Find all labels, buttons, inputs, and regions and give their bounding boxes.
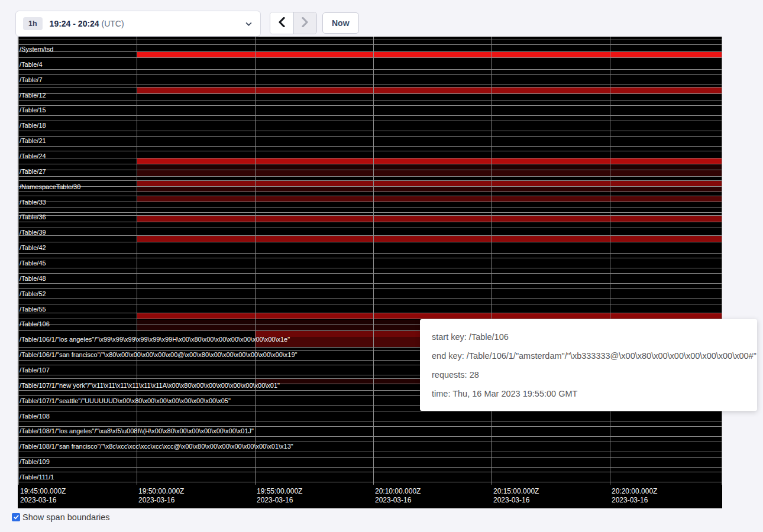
heat-band[interactable] [137,215,722,222]
span-boundary-line [18,222,722,222]
axis-tick-date: 2023-03-16 [612,496,657,505]
row-label: /Table/106 [20,320,50,327]
tooltip-line: end key: /Table/106/1/"amsterdam"/"\xb33… [432,346,745,365]
span-boundary-line [18,87,722,87]
axis-tick-date: 2023-03-16 [138,496,184,505]
span-boundary-line [18,482,722,482]
row-label: /Table/18 [20,122,46,129]
span-boundary-line [18,426,722,427]
span-boundary-line [18,57,722,58]
span-boundary-line [18,164,722,164]
heat-band[interactable] [137,313,722,319]
span-boundary-line [18,74,722,75]
span-boundary-line [18,457,722,458]
span-boundary-line [18,242,722,242]
span-boundary-line [18,258,722,258]
heat-band[interactable] [137,196,722,202]
time-range-timezone: (UTC) [102,19,124,28]
now-button[interactable]: Now [322,12,359,34]
checkmark-icon [13,512,20,523]
row-label: /Table/111/1 [20,473,54,481]
time-bucket-line [492,37,492,485]
heat-band[interactable] [137,87,722,93]
axis-tick-time: 19:55:00.000Z [257,487,302,496]
span-boundary-line [18,146,722,147]
span-boundary-line [18,136,722,137]
span-boundary-line [18,131,722,131]
span-boundary-line [18,442,722,442]
row-label: /Table/45 [20,259,46,267]
time-range-value: 19:24 - 20:24 [50,19,99,28]
show-span-boundaries-label: Show span boundaries [22,512,110,522]
next-time-button[interactable] [293,12,316,34]
tooltip-line: time: Thu, 16 Mar 2023 19:55:00 GMT [432,384,745,403]
span-boundary-line [18,283,722,284]
row-label: /Table/33 [20,199,46,206]
axis-tick: 20:15:00.000Z2023-03-16 [493,487,539,505]
span-boundary-line [18,121,722,121]
row-label: /Table/107/1/"new york"/"\x11\x11\x11\x1… [20,382,280,389]
span-boundary-line [18,151,722,151]
span-boundary-line [18,472,722,472]
chevron-left-icon [278,17,286,29]
row-label: /Table/36 [20,213,46,220]
axis-tick-date: 2023-03-16 [257,496,302,505]
span-boundary-line [18,180,722,181]
span-boundary-line [18,176,722,177]
axis-tick: 19:45:00.000Z2023-03-16 [20,487,66,505]
prev-time-button[interactable] [270,12,293,34]
show-span-boundaries-checkbox[interactable] [12,513,20,521]
show-span-boundaries-row[interactable]: Show span boundaries [12,512,110,522]
time-bucket-line [18,37,19,485]
span-boundary-line [18,215,722,216]
row-label: /Table/108/1/"san francisco"/"\x8c\xcc\x… [20,443,293,450]
time-bucket-line [373,37,374,485]
heat-band[interactable] [137,158,722,164]
heat-band[interactable] [137,180,722,187]
span-boundary-line [18,288,722,289]
span-boundary-line [18,40,722,40]
span-boundary-line [18,85,722,85]
time-range-selector[interactable]: 1h 19:24 - 20:24 (UTC) [15,11,261,37]
heat-band[interactable] [137,235,722,242]
row-label: /Table/48 [20,275,46,282]
row-label: /Table/55 [20,306,46,313]
row-label: /Table/12 [20,92,46,99]
row-label: /Table/108 [20,413,50,420]
span-boundary-line [18,467,722,468]
span-boundary-line [18,202,722,202]
row-label: /Table/109 [20,458,50,465]
row-label: /Table/106/1/"san francisco"/"\x80\x00\x… [20,351,298,358]
span-boundary-line [18,436,722,437]
span-boundary-line [18,192,722,192]
axis-tick-time: 19:45:00.000Z [20,487,66,496]
tooltip-line: requests: 28 [432,365,745,384]
span-boundary-line [18,452,722,452]
row-label: /Table/42 [20,244,46,251]
axis-tick: 19:50:00.000Z2023-03-16 [138,487,184,505]
span-boundary-line [18,299,722,299]
span-boundary-line [18,228,722,228]
span-boundary-line [18,115,722,116]
row-label: /Table/15 [20,106,46,113]
heat-band[interactable] [137,164,722,170]
time-preset-badge: 1h [23,17,43,31]
key-visualizer-canvas[interactable]: /System/tsd/Table/4/Table/7/Table/12/Tab… [18,37,722,508]
row-label: /Table/21 [20,137,46,144]
chevron-down-icon [245,22,252,26]
tooltip-line: start key: /Table/106 [432,327,745,346]
axis-tick-time: 20:10:00.000Z [375,487,421,496]
heat-band[interactable] [137,186,722,192]
span-boundary-line [18,235,722,236]
axis-tick-time: 19:50:00.000Z [138,487,184,496]
row-label: /Table/107 [20,366,50,374]
row-label: /Table/24 [20,153,46,160]
row-label: /Table/107/1/"seattle"/"UUUUUUD\x00\x80\… [20,397,231,404]
heatmap-tooltip: start key: /Table/106end key: /Table/106… [420,319,757,411]
heat-band[interactable] [137,170,722,176]
chevron-right-icon [301,17,309,29]
span-boundary-line [18,212,722,213]
span-boundary-line [18,186,722,187]
heat-band[interactable] [137,51,722,58]
time-range-label: 19:24 - 20:24 (UTC) [50,19,124,28]
